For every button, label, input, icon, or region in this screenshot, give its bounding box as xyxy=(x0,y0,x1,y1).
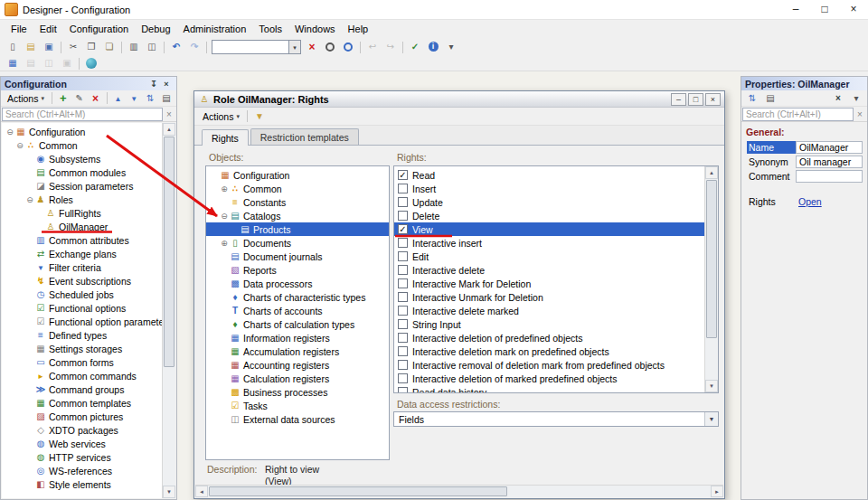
checkbox-insert[interactable] xyxy=(398,184,408,193)
sort-button[interactable] xyxy=(142,90,158,106)
config-tree-item-style-elements[interactable]: Style elements xyxy=(2,477,162,491)
config-tree-item-scheduled-jobs[interactable]: Scheduled jobs xyxy=(2,288,162,301)
scrollbar-thumb[interactable] xyxy=(706,180,717,338)
config-tree-item-common-forms[interactable]: Common forms xyxy=(2,355,162,369)
help-button[interactable] xyxy=(424,40,442,55)
objects-tree-item-external-data-sources[interactable]: External data sources xyxy=(206,412,389,426)
clear-search-button[interactable] xyxy=(303,40,321,55)
objects-tree-item-products[interactable]: Products xyxy=(206,222,389,236)
menu-administration[interactable]: Administration xyxy=(177,22,253,36)
config-tree-item-configuration[interactable]: ⊖Configuration xyxy=(2,125,162,138)
property-value-synonym[interactable]: Oil manager xyxy=(796,156,863,168)
scrollbar-thumb[interactable] xyxy=(209,486,507,496)
objects-tree-item-common[interactable]: ⊕Common xyxy=(206,182,389,195)
search-combo-input[interactable] xyxy=(212,40,289,54)
checkbox-update[interactable] xyxy=(398,197,408,207)
compare-button[interactable] xyxy=(40,56,58,71)
checkbox-interactive-insert[interactable] xyxy=(398,238,408,248)
config-tree-item-subsystems[interactable]: Subsystems xyxy=(2,152,162,165)
open-button[interactable] xyxy=(22,40,40,55)
config-tree-item-common-pictures[interactable]: Common pictures xyxy=(2,410,162,423)
objects-tree-item-documents[interactable]: ⊕Documents xyxy=(206,236,389,250)
checkbox-view[interactable]: ✓ xyxy=(398,224,408,234)
objects-tree-item-business-processes[interactable]: Business processes xyxy=(206,385,389,399)
property-value-comment[interactable] xyxy=(796,170,863,183)
objects-tree-item-charts-of-accounts[interactable]: Charts of accounts xyxy=(206,304,389,317)
checkbox-interactive-deletion-mark-on-predefined-objects[interactable] xyxy=(398,346,408,356)
checkbox-interactive-deletion-of-marked-predefined-objects[interactable] xyxy=(398,373,408,383)
search-combo[interactable]: ▾ xyxy=(212,40,301,54)
dialog-horizontal-scrollbar[interactable]: ◄ ► xyxy=(195,485,723,497)
edit-button[interactable] xyxy=(71,90,88,106)
move-down-button[interactable] xyxy=(126,90,142,106)
scroll-down-icon[interactable]: ▼ xyxy=(705,380,718,392)
actions-menu-button[interactable]: Actions xyxy=(3,91,49,106)
right-row-interactive-unmark-for-deletion[interactable]: Interactive Unmark for Deletion xyxy=(394,290,704,304)
toolbar-options-button[interactable] xyxy=(442,40,460,55)
find-next-button[interactable] xyxy=(339,40,357,55)
add-button[interactable] xyxy=(55,90,71,106)
dialog-minimize-button[interactable]: – xyxy=(671,93,686,106)
config-tree-item-common[interactable]: ⊖Common xyxy=(2,138,162,152)
config-tree-item-session-parameters[interactable]: Session parameters xyxy=(2,179,162,193)
objects-tree-item-reports[interactable]: Reports xyxy=(206,263,389,277)
config-tree-item-ws-references[interactable]: WS-references xyxy=(2,464,162,477)
fields-dropdown-icon[interactable]: ▼ xyxy=(704,412,718,426)
back-button[interactable] xyxy=(363,40,382,55)
move-up-button[interactable] xyxy=(109,90,126,106)
cut-button[interactable] xyxy=(64,40,82,55)
start-enterprise-button[interactable] xyxy=(82,56,100,71)
fields-header[interactable]: Fields ▼ xyxy=(393,411,719,427)
minimize-button[interactable]: – xyxy=(781,0,810,19)
checkbox-interactive-mark-for-deletion[interactable] xyxy=(398,278,408,288)
scroll-left-icon[interactable]: ◄ xyxy=(195,486,208,497)
right-row-interactive-delete[interactable]: Interactive delete xyxy=(394,263,704,277)
right-row-view[interactable]: ✓View xyxy=(394,222,704,236)
config-tree-item-filter-criteria[interactable]: Filter criteria xyxy=(2,260,162,274)
open-configuration-button[interactable] xyxy=(4,56,22,71)
right-row-interactive-deletion-mark-on-predefined-objects[interactable]: Interactive deletion mark on predefined … xyxy=(394,344,704,358)
objects-tree-item-tasks[interactable]: Tasks xyxy=(206,399,389,412)
new-document-button[interactable] xyxy=(4,40,22,55)
collapse-icon[interactable]: ⊖ xyxy=(25,195,34,204)
checkbox-interactive-delete[interactable] xyxy=(398,265,408,275)
objects-tree-item-catalogs[interactable]: ⊖Catalogs xyxy=(206,209,389,222)
menu-edit[interactable]: Edit xyxy=(33,22,63,36)
delete-button[interactable] xyxy=(88,90,104,106)
property-label-rights[interactable]: Rights xyxy=(747,195,796,208)
config-tree-item-roles[interactable]: ⊖Roles xyxy=(2,193,162,206)
config-tree-item-settings-storages[interactable]: Settings storages xyxy=(2,342,162,355)
right-row-update[interactable]: Update xyxy=(394,195,704,209)
right-row-read[interactable]: ✓Read xyxy=(394,168,704,182)
right-row-delete[interactable]: Delete xyxy=(394,209,704,222)
objects-tree-item-accounting-registers[interactable]: Accounting registers xyxy=(206,358,389,372)
properties-search-input[interactable] xyxy=(742,108,854,121)
tab-restriction-templates[interactable]: Restriction templates xyxy=(250,128,359,145)
right-row-read-data-history[interactable]: Read data history xyxy=(394,385,704,392)
redo-button[interactable] xyxy=(185,40,203,55)
configuration-tree-scrollbar[interactable]: ▲ ▼ xyxy=(162,123,175,498)
dialog-actions-menu-button[interactable]: Actions xyxy=(198,109,244,124)
config-tree-item-http-services[interactable]: HTTP services xyxy=(2,450,162,464)
menu-tools[interactable]: Tools xyxy=(252,22,288,36)
print-button[interactable] xyxy=(125,40,143,55)
scrollbar-thumb[interactable] xyxy=(164,137,175,367)
right-row-interactive-deletion-of-predefined-objects[interactable]: Interactive deletion of predefined objec… xyxy=(394,331,704,344)
config-tree-item-oilmanager[interactable]: OilManager xyxy=(2,220,162,233)
paste-button[interactable] xyxy=(100,40,118,55)
menu-help[interactable]: Help xyxy=(342,22,375,36)
combo-dropdown-icon[interactable]: ▾ xyxy=(289,40,301,54)
properties-collapse-button[interactable] xyxy=(847,90,865,106)
expand-icon[interactable]: ⊕ xyxy=(220,184,229,193)
save-button[interactable] xyxy=(40,40,58,55)
right-row-interactive-deletion-of-marked-predefined-objects[interactable]: Interactive deletion of marked predefine… xyxy=(394,372,704,385)
panel-close-button[interactable] xyxy=(160,78,173,90)
config-tree-item-exchange-plans[interactable]: Exchange plans xyxy=(2,247,162,260)
checkbox-interactive-delete-marked[interactable] xyxy=(398,306,408,316)
checkbox-string-input[interactable] xyxy=(398,319,408,329)
tab-rights[interactable]: Rights xyxy=(202,129,249,146)
objects-tree-item-charts-of-characteristic-types[interactable]: Charts of characteristic types xyxy=(206,290,389,304)
collapse-icon[interactable]: ⊖ xyxy=(15,141,24,150)
property-value-name[interactable]: OilManager xyxy=(796,141,863,154)
configuration-store-button[interactable] xyxy=(22,56,40,71)
